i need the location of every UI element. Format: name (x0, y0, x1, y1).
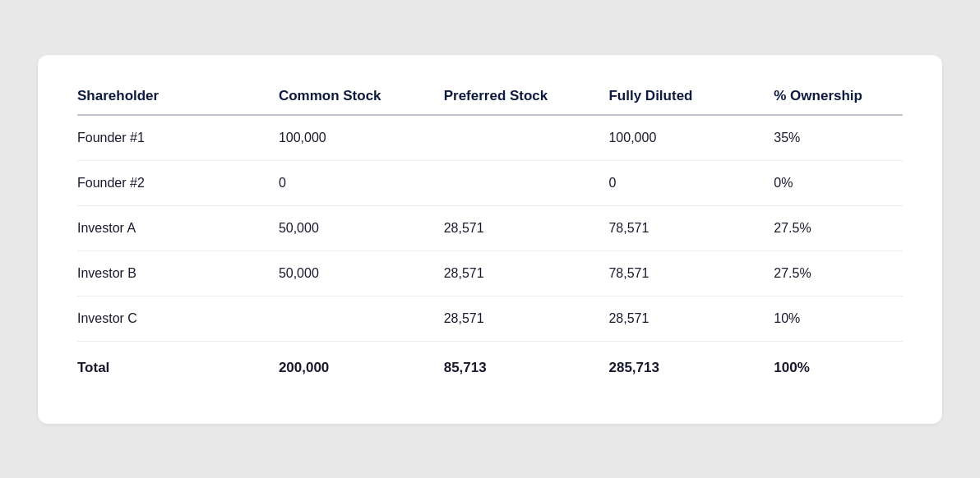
ownership-table: Shareholder Common Stock Preferred Stock… (77, 88, 903, 391)
header-preferred-stock: Preferred Stock (424, 88, 589, 115)
cell-fully_diluted: 285,713 (589, 341, 754, 391)
cell-fully_diluted: 0 (589, 160, 754, 205)
cell-pct_ownership: 0% (754, 160, 903, 205)
header-common-stock: Common Stock (259, 88, 424, 115)
cell-preferred_stock: 85,713 (424, 341, 589, 391)
cell-shareholder: Founder #1 (77, 115, 259, 161)
header-pct-ownership: % Ownership (754, 88, 903, 115)
cell-preferred_stock: 28,571 (424, 250, 589, 296)
cell-common_stock: 100,000 (259, 115, 424, 161)
cell-common_stock: 50,000 (259, 250, 424, 296)
table-row: Investor B50,00028,57178,57127.5% (77, 250, 903, 296)
cell-pct_ownership: 27.5% (754, 250, 903, 296)
cell-preferred_stock: 28,571 (424, 205, 589, 250)
table-row: Founder #2000% (77, 160, 903, 205)
cell-fully_diluted: 100,000 (589, 115, 754, 161)
cell-pct_ownership: 10% (754, 296, 903, 341)
cell-preferred_stock (424, 160, 589, 205)
table-row: Founder #1100,000100,00035% (77, 115, 903, 161)
cell-shareholder: Founder #2 (77, 160, 259, 205)
cell-common_stock: 0 (259, 160, 424, 205)
cell-pct_ownership: 27.5% (754, 205, 903, 250)
table-row: Total200,00085,713285,713100% (77, 341, 903, 391)
cell-common_stock: 200,000 (259, 341, 424, 391)
cell-pct_ownership: 100% (754, 341, 903, 391)
cell-shareholder: Investor B (77, 250, 259, 296)
cell-fully_diluted: 28,571 (589, 296, 754, 341)
header-fully-diluted: Fully Diluted (589, 88, 754, 115)
table-row: Investor A50,00028,57178,57127.5% (77, 205, 903, 250)
main-card: Shareholder Common Stock Preferred Stock… (38, 55, 942, 424)
cell-fully_diluted: 78,571 (589, 250, 754, 296)
cell-common_stock (259, 296, 424, 341)
cell-shareholder: Total (77, 341, 259, 391)
cell-shareholder: Investor A (77, 205, 259, 250)
cell-preferred_stock: 28,571 (424, 296, 589, 341)
header-shareholder: Shareholder (77, 88, 259, 115)
cell-fully_diluted: 78,571 (589, 205, 754, 250)
cell-preferred_stock (424, 115, 589, 161)
cell-shareholder: Investor C (77, 296, 259, 341)
cell-pct_ownership: 35% (754, 115, 903, 161)
cell-common_stock: 50,000 (259, 205, 424, 250)
table-row: Investor C28,57128,57110% (77, 296, 903, 341)
